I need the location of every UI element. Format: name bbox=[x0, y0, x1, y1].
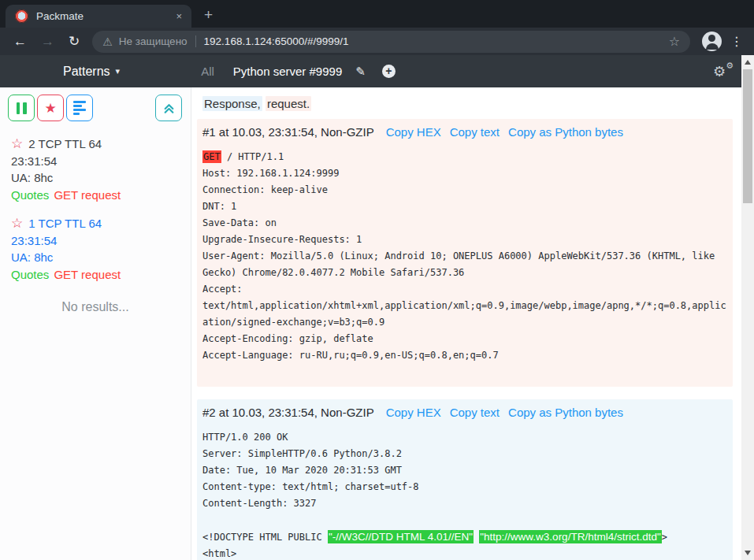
address-bar[interactable]: ⚠ Не защищено 192.168.1.124:65000/#/9999… bbox=[92, 31, 690, 53]
sidebar: ★ ☆2 TCP TTL 6423:31:54UA: 8hcQuotesGET … bbox=[0, 87, 191, 560]
packet-line: Save-Data: on bbox=[202, 215, 727, 232]
text-segment: <html> bbox=[202, 548, 236, 559]
packet-meta: #2 at 10.03, 23:31:54, Non-GZIP bbox=[202, 406, 374, 419]
text-segment: Connection: keep-alive bbox=[202, 184, 328, 195]
not-secure-warning-icon[interactable]: ⚠ bbox=[102, 35, 113, 48]
gear-large-icon: ⚙ bbox=[713, 63, 726, 80]
align-left-icon bbox=[73, 99, 86, 117]
tab-python-server[interactable]: Python server #9999 bbox=[233, 65, 342, 78]
match-tag-get-request: GET request bbox=[54, 188, 121, 202]
copy-hex-link[interactable]: Copy HEX bbox=[386, 125, 441, 139]
bookmark-star-icon[interactable]: ☆ bbox=[669, 34, 680, 49]
scrollbar-thumb[interactable] bbox=[743, 69, 752, 203]
settings-gears-icon[interactable]: ⚙ ⚙ bbox=[713, 63, 732, 80]
tab-all[interactable]: All bbox=[201, 65, 214, 78]
packet-line: Date: Tue, 10 Mar 2020 20:31:53 GMT bbox=[202, 462, 727, 479]
match-head: ☆1 TCP TTL 64 bbox=[11, 215, 184, 232]
text-segment: <!DOCTYPE HTML PUBLIC bbox=[202, 532, 328, 543]
workspace: ★ ☆2 TCP TTL 6423:31:54UA: 8hcQuotesGET … bbox=[0, 87, 754, 560]
match-tag-get-request: GET request bbox=[54, 268, 121, 281]
pattern-token: request. bbox=[266, 96, 311, 111]
browser-menu-icon[interactable]: ⋮ bbox=[730, 34, 743, 49]
packet-line: Content-Length: 3327 bbox=[202, 495, 727, 512]
new-tab-button[interactable]: + bbox=[204, 6, 213, 24]
packet-card: #1 at 10.03, 23:31:54, Non-GZIPCopy HEXC… bbox=[197, 119, 733, 387]
match-tag-quotes: Quotes bbox=[11, 188, 49, 202]
match-ua: UA: 8hc bbox=[11, 169, 184, 187]
match-tags: QuotesGET request bbox=[11, 266, 184, 284]
packet-head: #2 at 10.03, 23:31:54, Non-GZIPCopy HEXC… bbox=[202, 406, 727, 419]
copy-text-link[interactable]: Copy text bbox=[450, 406, 500, 419]
pattern-token: Response, bbox=[202, 96, 262, 111]
star-icon: ★ bbox=[44, 100, 56, 117]
pause-icon bbox=[17, 102, 27, 114]
highlight-green-segment: "http://www.w3.org/TR/html4/strict.dtd" bbox=[479, 530, 661, 543]
packet-card: #2 at 10.03, 23:31:54, Non-GZIPCopy HEXC… bbox=[197, 399, 733, 560]
packet-line bbox=[202, 512, 727, 528]
edit-pencil-icon[interactable]: ✎ bbox=[355, 65, 366, 79]
collapse-panel-button[interactable] bbox=[155, 95, 182, 121]
packet-head: #1 at 10.03, 23:31:54, Non-GZIPCopy HEXC… bbox=[202, 125, 727, 139]
app-header: Patterns ▾ All Python server #9999 ✎ + ⚙… bbox=[0, 55, 754, 87]
pattern-matches-list: ☆2 TCP TTL 6423:31:54UA: 8hcQuotesGET re… bbox=[0, 121, 191, 283]
browser-tab-strip: Packmate × + bbox=[0, 0, 754, 28]
text-segment: Accept-Language: ru-RU,ru;q=0.9,en-US;q=… bbox=[202, 350, 499, 361]
text-segment: > bbox=[662, 532, 667, 543]
packet-line: DNT: 1 bbox=[202, 198, 727, 215]
match-tag-quotes: Quotes bbox=[11, 268, 49, 281]
text-segment: Save-Data: on bbox=[202, 217, 277, 228]
pattern-match-item[interactable]: ☆2 TCP TTL 6423:31:54UA: 8hcQuotesGET re… bbox=[11, 135, 184, 203]
packet-line: Accept: text/html,application/xhtml+xml,… bbox=[202, 281, 727, 331]
scroll-up-arrow-icon[interactable] bbox=[745, 60, 751, 65]
text-segment: Content-type: text/html; charset=utf-8 bbox=[202, 481, 419, 492]
close-tab-icon[interactable]: × bbox=[176, 10, 182, 22]
packet-line: HTTP/1.0 200 OK bbox=[202, 429, 727, 446]
packet-line: User-Agent: Mozilla/5.0 (Linux; Android … bbox=[202, 248, 727, 281]
pattern-match-item[interactable]: ☆1 TCP TTL 6423:31:54UA: 8hcQuotesGET re… bbox=[11, 215, 184, 283]
reload-icon[interactable]: ↻ bbox=[69, 33, 80, 50]
add-pattern-icon[interactable]: + bbox=[382, 65, 396, 78]
list-view-button[interactable] bbox=[66, 95, 93, 121]
packet-line: Content-type: text/html; charset=utf-8 bbox=[202, 479, 727, 495]
back-icon[interactable]: ← bbox=[13, 34, 27, 50]
url-input[interactable]: 192.168.1.124:65000/#/9999/1 bbox=[204, 35, 669, 47]
pause-capture-button[interactable] bbox=[8, 95, 35, 121]
match-title: 1 TCP TTL 64 bbox=[28, 215, 102, 232]
match-title: 2 TCP TTL 64 bbox=[28, 135, 102, 153]
packet-line: <html> bbox=[202, 546, 727, 560]
page-scrollbar[interactable] bbox=[741, 55, 754, 560]
sidebar-toolbar: ★ bbox=[0, 87, 191, 121]
text-segment: Server: SimpleHTTP/0.6 Python/3.8.2 bbox=[202, 448, 402, 459]
packet-body: GET / HTTP/1.1Host: 192.168.1.124:9999Co… bbox=[202, 149, 727, 380]
copy-text-link[interactable]: Copy text bbox=[450, 125, 500, 139]
text-segment: DNT: 1 bbox=[202, 201, 236, 212]
patterns-dropdown[interactable]: Patterns ▾ bbox=[63, 65, 120, 79]
text-segment: Accept-Encoding: gzip, deflate bbox=[202, 333, 373, 344]
packet-line: Connection: keep-alive bbox=[202, 182, 727, 198]
packets-container: #1 at 10.03, 23:31:54, Non-GZIPCopy HEXC… bbox=[197, 119, 733, 560]
copy-hex-link[interactable]: Copy HEX bbox=[386, 406, 441, 419]
browser-tab[interactable]: Packmate × bbox=[6, 5, 191, 28]
forward-icon: → bbox=[41, 34, 54, 50]
star-outline-icon[interactable]: ☆ bbox=[11, 135, 23, 153]
text-segment: User-Agent: Mozilla/5.0 (Linux; Android … bbox=[202, 250, 720, 278]
packet-line: Accept-Language: ru-RU,ru;q=0.9,en-US;q=… bbox=[202, 347, 727, 364]
packet-body: HTTP/1.0 200 OKServer: SimpleHTTP/0.6 Py… bbox=[202, 429, 727, 560]
profile-avatar[interactable] bbox=[702, 32, 722, 51]
security-label[interactable]: Не защищено bbox=[119, 35, 188, 47]
gear-small-icon: ⚙ bbox=[726, 61, 734, 71]
match-time: 23:31:54 bbox=[11, 153, 184, 170]
browser-toolbar: ← → ↻ ⚠ Не защищено 192.168.1.124:65000/… bbox=[0, 28, 754, 55]
copy-python-bytes-link[interactable]: Copy as Python bytes bbox=[508, 125, 623, 139]
scroll-down-arrow-icon[interactable] bbox=[745, 551, 751, 555]
packet-line: Accept-Encoding: gzip, deflate bbox=[202, 331, 727, 347]
highlight-red-segment: GET bbox=[202, 150, 221, 163]
star-outline-icon[interactable]: ☆ bbox=[11, 215, 23, 232]
tab-title: Packmate bbox=[36, 10, 176, 22]
text-segment: / HTTP/1.1 bbox=[221, 151, 284, 162]
text-segment: Host: 192.168.1.124:9999 bbox=[202, 168, 339, 179]
packet-line: Upgrade-Insecure-Requests: 1 bbox=[202, 232, 727, 248]
copy-python-bytes-link[interactable]: Copy as Python bytes bbox=[508, 406, 623, 419]
text-segment: HTTP/1.0 200 OK bbox=[202, 432, 288, 443]
favorites-filter-button[interactable]: ★ bbox=[37, 95, 64, 121]
